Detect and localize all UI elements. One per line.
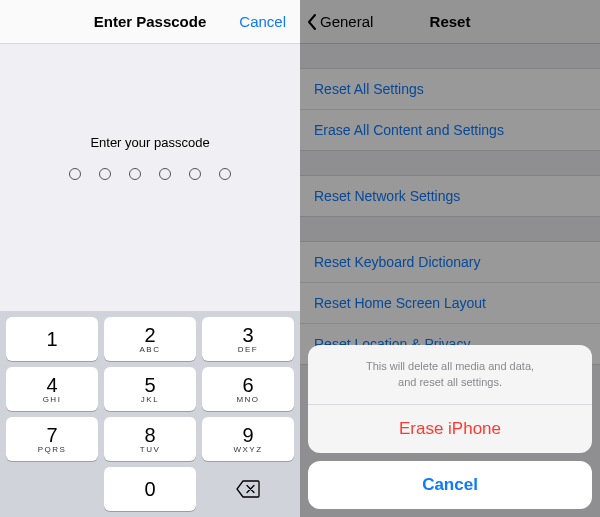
passcode-prompt: Enter your passcode [90,135,209,150]
numeric-keypad: 1 2 ABC 3 DEF 4 GHI 5 JKL 6 MNO 7 PQRS 8 [0,311,300,517]
cancel-button[interactable]: Cancel [308,461,592,509]
backspace-icon [236,480,260,498]
key-letters: DEF [238,346,259,354]
key-5[interactable]: 5 JKL [104,367,196,411]
passcode-dot [219,168,231,180]
key-1[interactable]: 1 [6,317,98,361]
passcode-dot [99,168,111,180]
key-blank [6,467,98,511]
backspace-button[interactable] [202,467,294,511]
key-2[interactable]: 2 ABC [104,317,196,361]
action-sheet-message: This will delete all media and data,and … [308,345,592,405]
action-sheet: This will delete all media and data,and … [308,345,592,509]
passcode-dots [69,168,231,180]
passcode-screen: Enter Passcode Cancel Enter your passcod… [0,0,300,517]
key-letters: MNO [236,396,259,404]
reset-screen: General Reset Reset All Settings Erase A… [300,0,600,517]
passcode-dot [189,168,201,180]
key-letters: GHI [43,396,62,404]
key-3[interactable]: 3 DEF [202,317,294,361]
key-letters: WXYZ [233,446,262,454]
key-number: 3 [242,325,253,345]
key-9[interactable]: 9 WXYZ [202,417,294,461]
key-number: 6 [242,375,253,395]
passcode-dot [159,168,171,180]
passcode-dot [129,168,141,180]
navbar: Enter Passcode Cancel [0,0,300,44]
key-letters: JKL [141,396,159,404]
key-4[interactable]: 4 GHI [6,367,98,411]
key-8[interactable]: 8 TUV [104,417,196,461]
key-number: 2 [144,325,155,345]
key-number: 0 [144,479,155,499]
key-letters: TUV [140,446,161,454]
key-number: 5 [144,375,155,395]
passcode-area: Enter your passcode [0,44,300,311]
erase-iphone-button[interactable]: Erase iPhone [308,405,592,453]
key-0[interactable]: 0 [104,467,196,511]
cancel-button[interactable]: Cancel [239,13,286,30]
key-number: 8 [144,425,155,445]
key-7[interactable]: 7 PQRS [6,417,98,461]
key-number: 9 [242,425,253,445]
page-title: Enter Passcode [94,13,207,30]
passcode-dot [69,168,81,180]
key-number: 7 [46,425,57,445]
key-number: 1 [46,329,57,349]
key-6[interactable]: 6 MNO [202,367,294,411]
action-sheet-block: This will delete all media and data,and … [308,345,592,453]
key-number: 4 [46,375,57,395]
key-letters: ABC [140,346,161,354]
key-letters: PQRS [38,446,67,454]
